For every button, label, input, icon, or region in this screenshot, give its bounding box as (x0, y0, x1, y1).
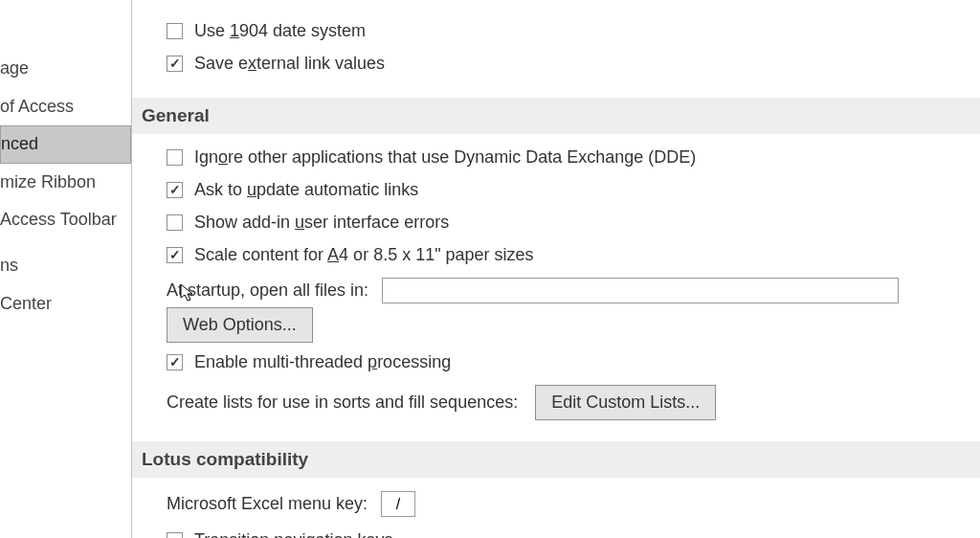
enable-multithreaded-label: Enable multi-threaded processing (194, 352, 451, 372)
sidebar-item-0[interactable]: age (0, 50, 131, 88)
general-option-0-checkbox[interactable] (167, 149, 183, 166)
top-option-0-checkbox[interactable] (167, 23, 183, 39)
general-option-2-checkbox[interactable] (167, 214, 183, 231)
top-option-0-label: Use 1904 date system (194, 21, 366, 41)
general-option-1-checkbox[interactable] (167, 182, 183, 198)
sidebar-item-5[interactable]: ns (0, 247, 131, 285)
general-option-1-label: Ask to update automatic links (194, 180, 418, 200)
top-option-1[interactable]: Save external link values (167, 50, 970, 77)
web-options-button[interactable]: Web Options... (167, 307, 313, 343)
sidebar-item-1[interactable]: of Access (0, 88, 131, 126)
transition-nav-keys-label: Transition navigation keys (194, 530, 392, 539)
custom-lists-label: Create lists for use in sorts and fill s… (167, 392, 518, 413)
transition-nav-keys[interactable]: Transition navigation keys (167, 527, 970, 538)
enable-multithreaded-checkbox[interactable] (167, 354, 183, 370)
options-main: Use 1904 date systemSave external link v… (132, 0, 980, 538)
general-option-3[interactable]: Scale content for A4 or 8.5 x 11" paper … (167, 241, 970, 268)
general-option-3-label: Scale content for A4 or 8.5 x 11" paper … (194, 245, 534, 265)
sidebar-item-2[interactable]: nced (0, 125, 131, 164)
enable-multithreaded[interactable]: Enable multi-threaded processing (167, 348, 970, 375)
options-sidebar: ageof Accessncedmize RibbonAccess Toolba… (0, 0, 132, 538)
top-option-1-label: Save external link values (194, 54, 385, 74)
transition-nav-keys-checkbox[interactable] (167, 532, 183, 539)
startup-files-label: At startup, open all files in: (167, 280, 368, 301)
sidebar-item-4[interactable]: Access Toolbar (0, 201, 131, 239)
startup-files-input[interactable] (382, 278, 899, 303)
section-header-lotus: Lotus compatibility (132, 441, 980, 478)
general-option-2[interactable]: Show add-in user interface errors (167, 209, 970, 235)
menu-key-input[interactable] (381, 491, 415, 517)
general-option-3-checkbox[interactable] (167, 247, 183, 263)
edit-custom-lists-button[interactable]: Edit Custom Lists... (535, 385, 716, 420)
section-header-general: General (132, 98, 980, 134)
general-option-2-label: Show add-in user interface errors (194, 213, 449, 233)
top-option-1-checkbox[interactable] (167, 56, 183, 72)
sidebar-item-3[interactable]: mize Ribbon (0, 164, 131, 202)
menu-key-label: Microsoft Excel menu key: (167, 494, 368, 514)
general-option-1[interactable]: Ask to update automatic links (167, 176, 970, 203)
sidebar-item-6[interactable]: Center (0, 285, 131, 324)
general-option-0-label: Ignore other applications that use Dynam… (194, 147, 696, 168)
general-option-0[interactable]: Ignore other applications that use Dynam… (167, 144, 970, 170)
top-option-0[interactable]: Use 1904 date system (167, 17, 970, 44)
